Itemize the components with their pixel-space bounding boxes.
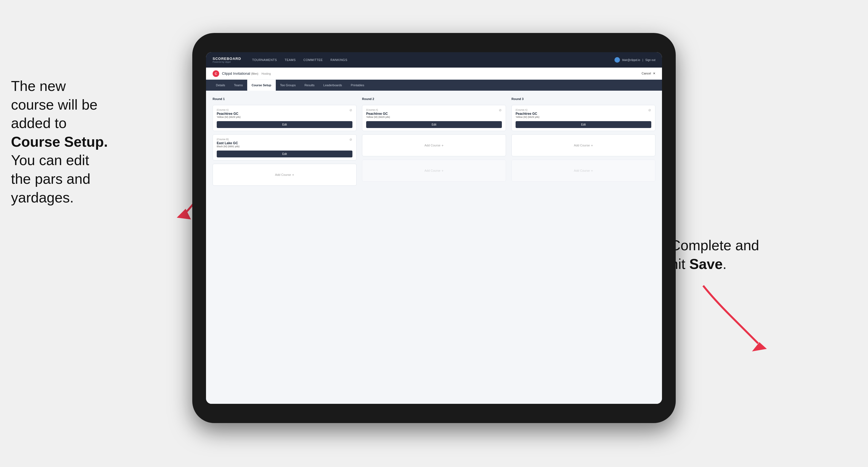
- course-tee-r3a: Yellow (M) (6629 yds): [516, 116, 651, 118]
- nav-links: TOURNAMENTS TEAMS COMMITTEE RANKINGS: [252, 58, 615, 62]
- close-icon: ✕: [653, 72, 655, 75]
- arrow-right-icon: [698, 277, 775, 354]
- nav-committee[interactable]: COMMITTEE: [304, 58, 323, 62]
- user-email: blair@clippd.io: [622, 59, 640, 62]
- tab-details[interactable]: Details: [212, 80, 229, 91]
- nav-rankings[interactable]: RANKINGS: [331, 58, 347, 62]
- tab-results[interactable]: Results: [300, 80, 319, 91]
- add-course-r2-1[interactable]: Add Course +: [362, 134, 506, 156]
- edit-button-r3a[interactable]: Edit: [516, 121, 651, 128]
- nav-tournaments[interactable]: TOURNAMENTS: [252, 58, 277, 62]
- plus-icon-r2-1: +: [441, 144, 444, 148]
- course-card-r2-a: ⊘ (Course A) Peachtree GC Yellow (M) (66…: [362, 105, 506, 131]
- logo-subtitle: Powered by clippd: [213, 61, 241, 63]
- course-tee-r2a: Yellow (M) (6629 yds): [366, 116, 502, 118]
- course-tee-r1b: Black (M) (6891 yds): [217, 145, 352, 148]
- round-3-column: Round 3 ⊘ (Course A) Peachtree GC Yellow…: [512, 97, 655, 397]
- tab-bar: Details Teams Course Setup Tee Groups Re…: [206, 80, 662, 91]
- round-2-header: Round 2: [362, 97, 506, 100]
- add-course-r1[interactable]: Add Course +: [213, 164, 356, 186]
- scoreboard-logo: SCOREBOARD Powered by clippd: [213, 57, 241, 63]
- sign-out-link[interactable]: Sign out: [645, 59, 655, 62]
- nav-right: blair@clippd.io | Sign out: [615, 57, 655, 63]
- delete-course-r1b-icon[interactable]: ⊘: [348, 137, 353, 142]
- tournament-name: Clippd Invitational (Men) Hosting: [222, 71, 271, 75]
- round-2-column: Round 2 ⊘ (Course A) Peachtree GC Yellow…: [362, 97, 506, 397]
- tablet-device: SCOREBOARD Powered by clippd TOURNAMENTS…: [192, 33, 676, 423]
- course-badge-r1a: (Course A): [217, 108, 352, 111]
- top-navigation: SCOREBOARD Powered by clippd TOURNAMENTS…: [206, 52, 662, 68]
- plus-icon-r3-1: +: [591, 144, 593, 148]
- nav-teams[interactable]: TEAMS: [285, 58, 296, 62]
- edit-button-r1a[interactable]: Edit: [217, 121, 352, 128]
- course-tee-r1a: Yellow (M) (6629 yds): [217, 116, 352, 118]
- tab-printables[interactable]: Printables: [346, 80, 369, 91]
- tournament-logo: C: [213, 70, 219, 77]
- course-badge-r3a: (Course A): [516, 108, 651, 111]
- round-3-header: Round 3: [512, 97, 655, 100]
- plus-icon-r3-2: +: [591, 169, 593, 173]
- edit-button-r1b[interactable]: Edit: [217, 151, 352, 157]
- delete-course-r3a-icon[interactable]: ⊘: [647, 108, 652, 112]
- tab-course-setup[interactable]: Course Setup: [247, 80, 276, 91]
- rounds-container: Round 1 ⊘ (Course A) Peachtree GC Yellow…: [213, 97, 655, 397]
- course-name-r3a: Peachtree GC: [516, 112, 651, 116]
- cancel-button[interactable]: Cancel ✕: [641, 72, 655, 75]
- avatar: [615, 57, 620, 63]
- plus-icon-r2-2: +: [441, 169, 444, 173]
- delete-course-r2a-icon[interactable]: ⊘: [498, 108, 502, 112]
- tab-leaderboards[interactable]: Leaderboards: [319, 80, 346, 91]
- course-card-r1-b: ⊘ (Course B) East Lake GC Black (M) (689…: [213, 134, 356, 160]
- sub-header: C Clippd Invitational (Men) Hosting Canc…: [206, 68, 662, 80]
- hosting-badge: Hosting: [261, 72, 271, 75]
- course-name-r2a: Peachtree GC: [366, 112, 502, 116]
- add-course-r3-1[interactable]: Add Course +: [512, 134, 655, 156]
- course-card-r3-a: ⊘ (Course A) Peachtree GC Yellow (M) (66…: [512, 105, 655, 131]
- round-1-column: Round 1 ⊘ (Course A) Peachtree GC Yellow…: [213, 97, 356, 397]
- tab-tee-groups[interactable]: Tee Groups: [276, 80, 300, 91]
- tablet-screen: SCOREBOARD Powered by clippd TOURNAMENTS…: [206, 52, 662, 404]
- delete-course-r1a-icon[interactable]: ⊘: [348, 108, 353, 112]
- course-badge-r2a: (Course A): [366, 108, 502, 111]
- course-badge-r1b: (Course B): [217, 138, 352, 141]
- course-card-r1-a: ⊘ (Course A) Peachtree GC Yellow (M) (66…: [213, 105, 356, 131]
- annotation-right: Complete and hit Save.: [670, 236, 808, 273]
- add-course-r2-2: Add Course +: [362, 160, 506, 182]
- plus-icon-r1: +: [292, 173, 294, 177]
- round-1-header: Round 1: [213, 97, 356, 100]
- men-badge: (Men): [251, 72, 258, 75]
- content-area: Round 1 ⊘ (Course A) Peachtree GC Yellow…: [206, 91, 662, 404]
- logo-title: SCOREBOARD: [213, 57, 241, 61]
- add-course-r3-2: Add Course +: [512, 160, 655, 182]
- annotation-left: The new course will be added to Course S…: [11, 77, 181, 207]
- course-name-r1a: Peachtree GC: [217, 112, 352, 116]
- course-name-r1b: East Lake GC: [217, 141, 352, 145]
- svg-marker-1: [754, 343, 765, 350]
- edit-button-r2a[interactable]: Edit: [366, 121, 502, 128]
- tab-teams[interactable]: Teams: [229, 80, 247, 91]
